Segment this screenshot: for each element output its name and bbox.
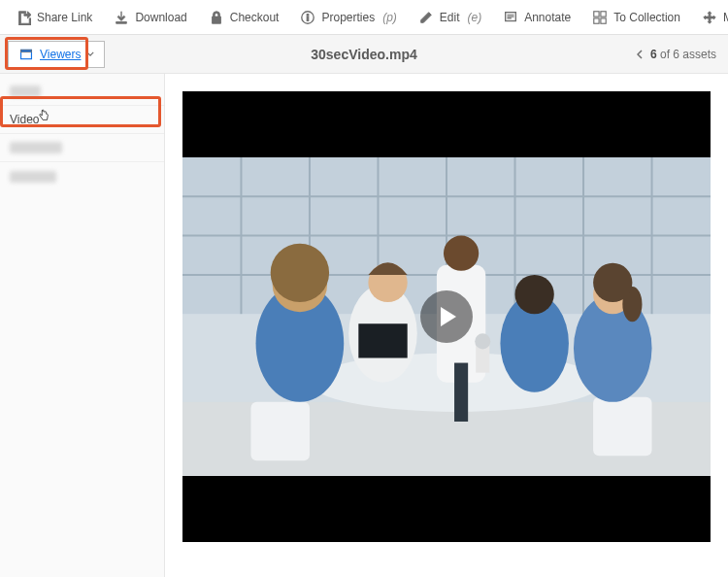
- edit-button[interactable]: Edit (e): [409, 6, 491, 29]
- content-area: Video: [0, 74, 728, 577]
- svg-point-28: [271, 244, 329, 302]
- properties-shortcut: (p): [382, 11, 397, 24]
- pencil-icon: [418, 10, 434, 25]
- sidebar-item[interactable]: [0, 134, 164, 162]
- svg-rect-9: [21, 50, 32, 51]
- share-icon: [16, 10, 31, 25]
- edit-label: Edit: [440, 11, 460, 24]
- edit-shortcut: (e): [468, 11, 482, 24]
- share-link-button[interactable]: Share Link: [6, 6, 102, 29]
- svg-rect-24: [251, 402, 310, 460]
- count-of: of 6 assets: [660, 48, 716, 61]
- checkout-button[interactable]: Checkout: [199, 6, 289, 29]
- download-icon: [114, 10, 129, 25]
- to-collection-label: To Collection: [613, 11, 680, 24]
- download-label: Download: [135, 11, 186, 24]
- sidebar-item[interactable]: [0, 162, 164, 190]
- svg-point-42: [475, 333, 490, 349]
- svg-point-35: [515, 275, 554, 314]
- count-current: 6: [650, 48, 657, 61]
- svg-rect-6: [594, 17, 599, 22]
- share-link-label: Share Link: [37, 11, 92, 24]
- download-button[interactable]: Download: [104, 6, 196, 29]
- annotate-label: Annotate: [524, 11, 571, 24]
- lock-icon: [209, 10, 224, 25]
- properties-button[interactable]: Properties (p): [290, 6, 406, 29]
- viewers-icon: [18, 47, 34, 62]
- move-button[interactable]: Move (m): [692, 6, 728, 29]
- svg-rect-4: [594, 11, 599, 16]
- annotate-icon: [503, 10, 518, 25]
- sidebar: Video: [0, 74, 165, 577]
- asset-count: 6 of 6 assets: [637, 48, 716, 61]
- properties-label: Properties: [321, 11, 375, 24]
- video-viewer: [182, 91, 711, 542]
- sidebar-item[interactable]: [0, 78, 164, 106]
- svg-rect-1: [308, 17, 310, 20]
- viewers-dropdown[interactable]: Viewers: [8, 41, 105, 68]
- checkout-label: Checkout: [230, 11, 280, 24]
- sidebar-item-label: Video: [10, 113, 39, 126]
- video-frame[interactable]: [182, 157, 711, 476]
- svg-point-32: [444, 236, 479, 271]
- move-icon: [702, 10, 717, 25]
- info-icon: [300, 10, 315, 25]
- svg-rect-7: [601, 17, 606, 22]
- sidebar-item-video[interactable]: Video: [0, 106, 164, 134]
- asset-title: 30secVideo.mp4: [311, 47, 416, 62]
- svg-rect-5: [601, 11, 606, 16]
- svg-rect-25: [593, 397, 651, 456]
- svg-rect-2: [308, 14, 310, 16]
- sub-toolbar: Viewers 30secVideo.mp4 6 of 6 assets: [0, 35, 728, 74]
- svg-point-39: [593, 263, 632, 302]
- cursor-hand-icon: [37, 109, 50, 122]
- svg-rect-40: [358, 323, 407, 357]
- chevron-down-icon: [86, 51, 94, 56]
- play-icon: [441, 307, 456, 326]
- to-collection-button[interactable]: To Collection: [582, 6, 690, 29]
- svg-rect-33: [454, 363, 468, 422]
- annotate-button[interactable]: Annotate: [493, 6, 580, 29]
- chevron-left-icon[interactable]: [637, 50, 643, 59]
- viewers-label: Viewers: [40, 48, 81, 61]
- move-label: Move: [723, 11, 728, 24]
- toolbar: Share Link Download Checkout Properties …: [0, 0, 728, 35]
- play-button[interactable]: [420, 290, 473, 343]
- viewers-dropdown-wrap: Viewers: [0, 41, 105, 68]
- collection-icon: [592, 10, 608, 25]
